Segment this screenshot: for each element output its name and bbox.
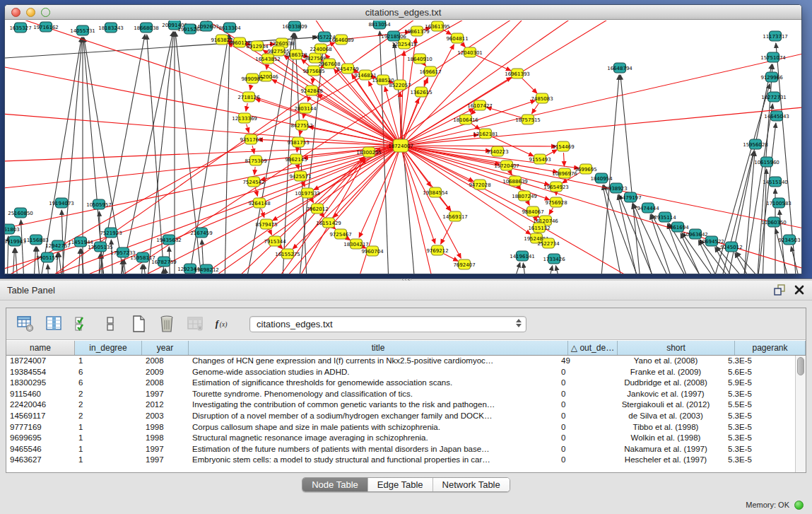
graph-edge[interactable] [440,197,451,211]
graph-edge[interactable] [424,77,428,86]
table-row[interactable]: 911546021997Tourette syndrome. Phenomeno… [6,389,795,400]
table-row[interactable]: 1938455462009Genome-wide association stu… [6,367,795,378]
graph-edge[interactable] [5,112,394,145]
graph-edge[interactable] [620,75,645,274]
graph-edge[interactable] [405,21,542,141]
table-cell: 2008 [142,378,189,389]
table-row[interactable]: 946362711997Embryonic stem cells: a mode… [6,455,795,466]
graph-edge[interactable] [303,115,304,118]
graph-edge[interactable] [84,37,132,274]
show-columns-icon[interactable] [45,315,63,333]
graph-edge[interactable] [407,105,801,145]
graph-edge[interactable] [48,264,51,274]
graph-node-label: 12942757 [45,243,71,249]
graph-edge[interactable] [11,248,14,274]
graph-edge[interactable] [407,147,801,233]
graph-edge[interactable] [346,238,351,240]
column-header-title[interactable]: title [189,341,568,355]
table-row[interactable]: 977716911998Corpus callosum shape and si… [6,422,795,433]
column-header-short[interactable]: short [618,341,735,355]
graph-edge[interactable] [312,77,313,83]
graph-edge[interactable] [441,222,452,244]
table-row[interactable]: 1830029562008Estimation of significance … [6,378,795,389]
table-row[interactable]: 946554611997Estimation of the future num… [6,444,795,455]
graph-edge[interactable] [254,167,255,175]
graph-edge[interactable] [549,208,553,215]
delete-columns-icon[interactable] [158,315,176,333]
table-row[interactable]: 2242004622012Investigating the contribut… [6,399,795,411]
new-table-icon[interactable] [129,315,148,333]
network-graph-canvas[interactable]: 1872400791638228960128891293422260538982… [5,21,801,274]
graph-edge[interactable] [318,94,396,142]
graph-edge[interactable] [400,92,401,139]
table-mode-icon[interactable] [16,315,35,333]
graph-edge[interactable] [5,21,443,274]
graph-edge[interactable] [394,43,418,274]
graph-edge[interactable] [266,65,267,69]
graph-edge[interactable] [461,43,465,47]
network-view-window[interactable]: citations_edges.txt 18724007916382289601… [4,4,802,274]
graph-edge[interactable] [247,124,249,133]
graph-edge[interactable] [298,165,298,170]
graph-edge[interactable] [250,85,251,90]
float-panel-icon[interactable] [774,284,785,296]
graph-edge[interactable] [246,103,247,111]
graph-edge[interactable] [269,230,272,235]
graph-edge[interactable] [76,249,80,274]
graph-edge[interactable] [710,151,754,274]
column-header-out_de[interactable]: △ out_de… [568,341,618,355]
column-header-pagerank[interactable]: pagerank [735,341,806,355]
table-row[interactable]: 1872400712008Changes of HCN gene express… [6,356,795,367]
table-row[interactable]: 969969511998Structural magnetic resonanc… [6,433,795,444]
graph-edge[interactable] [297,148,298,152]
graph-edge[interactable] [255,188,257,197]
graph-edge[interactable] [539,266,553,274]
graph-edge[interactable] [407,49,801,144]
function-builder-icon[interactable]: f (x) [214,315,233,333]
tab-edge-table[interactable]: Edge Table [368,478,433,491]
graph-node-label: 18304217 [343,242,369,247]
graph-node-label: 14645043 [764,114,789,119]
graph-edge[interactable] [238,33,293,274]
window-titlebar[interactable]: citations_edges.txt [5,5,801,20]
graph-node-label: 18668038 [134,25,159,31]
graph-edge[interactable] [424,64,426,66]
tab-node-table[interactable]: Node Table [302,478,368,491]
scrollbar-thumb[interactable] [797,357,804,375]
citation-network-graph[interactable]: 1872400791638228960128891293422260538982… [5,21,801,274]
graph-edge[interactable] [555,266,570,274]
graph-edge[interactable] [527,201,529,205]
column-header-year[interactable]: year [142,341,189,355]
select-columns-icon[interactable] [73,315,91,333]
graph-edge[interactable] [443,253,458,261]
graph-edge[interactable] [546,150,557,156]
graph-edge[interactable] [406,109,473,143]
column-header-name[interactable]: name [6,341,75,355]
table-cell: 1997 [142,455,189,466]
graph-edge[interactable] [791,247,801,274]
table-row[interactable]: 1456911722003Disruption of a novel membe… [6,411,795,422]
graph-edge[interactable] [519,187,521,190]
table-source-select[interactable]: citations_edges.txt [249,316,526,332]
graph-edge[interactable] [252,146,254,153]
tab-network-table[interactable]: Network Table [433,478,510,491]
graph-edge[interactable] [124,259,131,274]
graph-edge[interactable] [735,253,775,274]
graph-edge[interactable] [500,262,520,274]
graph-edge[interactable] [532,103,539,113]
column-header-in_degree[interactable]: in_degree [75,341,142,355]
close-panel-icon[interactable] [794,284,805,296]
graph-edge[interactable] [471,110,476,115]
graph-edge[interactable] [160,269,163,274]
graph-edge[interactable] [403,98,418,139]
graph-edge[interactable] [563,153,564,166]
graph-edge[interactable] [487,107,522,118]
graph-edge[interactable] [139,264,142,274]
graph-edge[interactable] [407,146,556,146]
table-scrollbar[interactable] [795,356,806,472]
row-height-icon[interactable] [101,315,119,333]
graph-edge[interactable] [279,245,283,249]
graph-edge[interactable] [523,263,531,274]
graph-edge[interactable] [522,78,537,93]
graph-edge[interactable] [359,151,398,238]
